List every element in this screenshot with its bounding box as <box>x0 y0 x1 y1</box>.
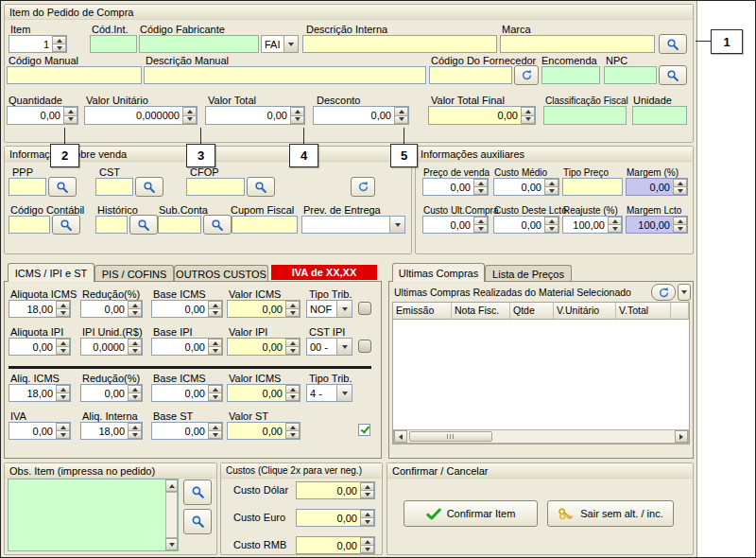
valor-total-field[interactable]: 0,00 <box>205 106 305 125</box>
tab-ultimas-compras[interactable]: Ultimas Compras <box>392 263 485 282</box>
encomenda-field[interactable] <box>541 66 600 84</box>
sub-conta-field[interactable] <box>158 216 201 234</box>
column-header-v-unitario[interactable]: V.Unitário <box>554 303 616 320</box>
custo-rmb-field[interactable]: 0,00 <box>296 536 375 554</box>
aliquota-icms-field[interactable]: 18,00 <box>9 300 71 318</box>
marca-search-button[interactable] <box>659 34 687 54</box>
tab-lista-precos[interactable]: Lista de Preços <box>485 265 572 282</box>
custo-ult-field[interactable]: 0,00 <box>422 216 489 234</box>
desconto-field[interactable]: 0,00 <box>313 106 409 125</box>
sub-conta-search-button[interactable] <box>203 215 232 235</box>
valor-st-spin-buttons[interactable] <box>285 423 300 439</box>
tab-icms-ipi-st[interactable]: ICMS / IPI e ST <box>8 263 94 282</box>
column-header-emissao[interactable]: Emissão <box>393 303 452 320</box>
cod-manual-field[interactable] <box>7 66 142 84</box>
marca-field[interactable] <box>500 35 655 53</box>
aliq-icms-st-spin-buttons[interactable] <box>56 385 70 401</box>
base-icms-spin-buttons[interactable] <box>208 301 222 317</box>
preco-venda-field[interactable]: 0,00 <box>422 178 489 196</box>
item-field[interactable]: 1 <box>9 35 67 53</box>
cod-fabricante-field[interactable] <box>139 35 259 53</box>
tipo-trib-combo[interactable]: NOF <box>306 300 352 318</box>
cst-ipi-combo[interactable]: 00 - <box>306 338 352 356</box>
st-enabled-checkbox[interactable] <box>358 424 370 436</box>
obs-scroll-up-button[interactable] <box>165 480 178 492</box>
chevron-down-icon[interactable] <box>336 385 352 401</box>
scroll-thumb[interactable] <box>409 431 492 442</box>
column-header-nota-fisc[interactable]: Nota Fisc. <box>452 303 510 320</box>
cfop-refresh-button[interactable] <box>351 177 375 197</box>
item-spin-buttons[interactable] <box>52 36 66 52</box>
class-fiscal-field[interactable] <box>543 106 627 125</box>
custo-dolar-field[interactable]: 0,00 <box>296 481 375 499</box>
valor-icms-st-field[interactable]: 0,00 <box>227 384 301 402</box>
npc-search-button[interactable] <box>659 65 687 85</box>
column-header-qtde[interactable]: Qtde <box>510 303 554 320</box>
aliquota-ipi-field[interactable]: 0,00 <box>9 338 71 356</box>
valor-ipi-spin-buttons[interactable] <box>285 339 300 355</box>
base-icms-st-field[interactable]: 0,00 <box>151 384 223 402</box>
margem-spin-buttons[interactable] <box>673 179 687 195</box>
cst-search-button[interactable] <box>135 177 163 197</box>
reducao-st-field[interactable]: 0,00 <box>80 384 143 402</box>
historico-field[interactable] <box>95 216 128 234</box>
obs-search-button-2[interactable] <box>183 509 212 534</box>
tipo-trib-st-combo[interactable]: 4 - <box>306 384 352 402</box>
column-header-v-total[interactable]: V.Total <box>616 303 671 320</box>
compras-options-dropdown[interactable] <box>678 284 691 301</box>
valor-st-field[interactable]: 0,00 <box>227 422 301 440</box>
aliquota-icms-spin-buttons[interactable] <box>56 301 70 317</box>
obs-search-button-1[interactable] <box>183 480 212 505</box>
base-icms-field[interactable]: 0,00 <box>151 300 223 318</box>
aliq-icms-st-field[interactable]: 18,00 <box>9 384 71 402</box>
ppp-field[interactable] <box>9 178 46 196</box>
custo-dolar-spin-buttons[interactable] <box>360 482 374 498</box>
exit-without-save-button[interactable]: Sair sem alt. / inc. <box>547 500 674 527</box>
unidade-field[interactable] <box>632 106 687 125</box>
custo-deste-spin-buttons[interactable] <box>544 217 558 233</box>
tipo-preco-field[interactable] <box>562 178 623 196</box>
cod-contabil-field[interactable] <box>9 216 50 234</box>
obs-scroll-track[interactable] <box>165 492 178 538</box>
chevron-down-icon[interactable] <box>389 217 404 233</box>
valor-unitario-field[interactable]: 0,000000 <box>84 106 198 125</box>
cod-fabricante-type-combo[interactable]: FAI <box>261 35 299 53</box>
base-st-spin-buttons[interactable] <box>208 423 222 439</box>
aliquota-ipi-spin-buttons[interactable] <box>56 339 70 355</box>
custo-medio-field[interactable]: 0,00 <box>493 178 559 196</box>
chevron-down-icon[interactable] <box>336 301 352 317</box>
compras-h-scrollbar[interactable] <box>393 429 689 444</box>
aliq-interna-spin-buttons[interactable] <box>128 423 142 439</box>
reajuste-spin-buttons[interactable] <box>608 217 622 233</box>
reducao-st-spin-buttons[interactable] <box>128 385 142 401</box>
valor-total-final-field[interactable]: 0,00 <box>428 106 536 125</box>
cst-field[interactable] <box>95 178 133 196</box>
valor-icms-spin-buttons[interactable] <box>285 301 300 317</box>
valor-unitario-spin-buttons[interactable] <box>182 107 197 124</box>
cod-fornecedor-field[interactable] <box>429 66 512 84</box>
compras-refresh-button[interactable] <box>651 284 676 301</box>
base-ipi-spin-buttons[interactable] <box>208 339 222 355</box>
cfop-search-button[interactable] <box>247 177 275 197</box>
quantidade-field[interactable]: 0,00 <box>7 106 78 125</box>
custo-medio-spin-buttons[interactable] <box>544 179 558 195</box>
aliq-interna-field[interactable]: 18,00 <box>80 422 143 440</box>
desc-interna-field[interactable] <box>302 35 497 53</box>
obs-scroll-down-button[interactable] <box>165 538 178 550</box>
base-st-field[interactable]: 0,00 <box>151 422 223 440</box>
custo-ult-spin-buttons[interactable] <box>473 217 488 233</box>
custo-deste-field[interactable]: 0,00 <box>493 216 559 234</box>
ipi-unid-field[interactable]: 0,0000 <box>80 338 143 356</box>
margem-lcto-spin-buttons[interactable] <box>673 217 687 233</box>
obs-textarea[interactable] <box>8 479 179 551</box>
valor-total-final-spin-buttons[interactable] <box>521 107 535 124</box>
historico-search-button[interactable] <box>129 215 158 235</box>
custo-euro-field[interactable]: 0,00 <box>296 509 375 527</box>
cod-contabil-search-button[interactable] <box>52 215 80 235</box>
quantidade-spin-buttons[interactable] <box>63 107 77 124</box>
valor-icms-field[interactable]: 0,00 <box>227 300 301 318</box>
npc-field[interactable] <box>604 66 657 84</box>
preco-venda-spin-buttons[interactable] <box>473 179 488 195</box>
reducao-field[interactable]: 0,00 <box>80 300 143 318</box>
base-icms-st-spin-buttons[interactable] <box>208 385 222 401</box>
